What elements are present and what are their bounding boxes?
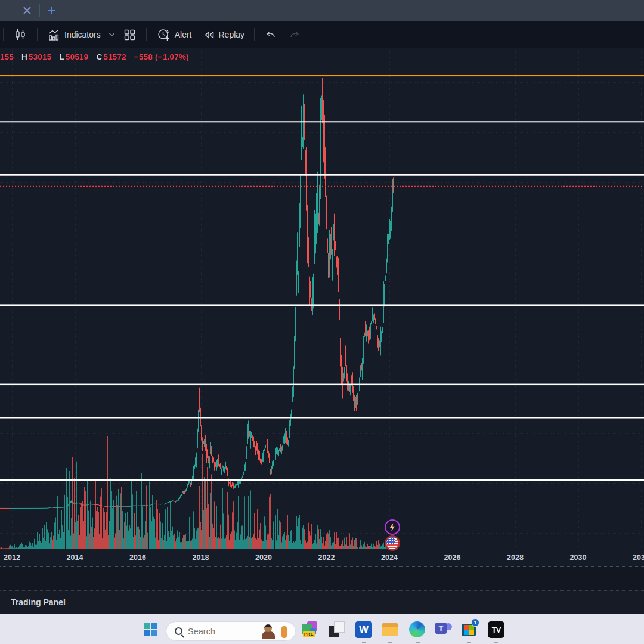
legend-open-fragment: 155 xyxy=(0,52,14,61)
legend-c-label: C xyxy=(96,52,102,61)
indicators-button[interactable]: Indicators xyxy=(42,24,106,45)
trading-panel-bar[interactable]: Trading Panel xyxy=(0,590,644,614)
redo-button[interactable] xyxy=(283,24,306,45)
time-axis-label: 2016 xyxy=(127,553,148,562)
legend-close-value: 51572 xyxy=(103,52,126,61)
edge-browser-icon[interactable] xyxy=(409,621,426,638)
toolbar-separator xyxy=(37,28,38,41)
close-tab-icon[interactable] xyxy=(21,5,33,16)
replay-label: Replay xyxy=(219,30,245,39)
notification-badge: 1 xyxy=(471,618,479,627)
legend-low-value: 50519 xyxy=(66,52,89,61)
word-app-icon[interactable]: W xyxy=(355,621,372,638)
redo-icon xyxy=(288,29,301,40)
search-art-figure xyxy=(281,626,287,638)
halving-lightning-marker[interactable] xyxy=(385,519,400,535)
running-indicator xyxy=(467,642,471,643)
time-axis-label: 2018 xyxy=(190,553,212,562)
time-axis-label: 2020 xyxy=(253,553,274,562)
file-explorer-icon[interactable] xyxy=(382,621,399,638)
search-highlight-art xyxy=(263,624,289,640)
tab-strip xyxy=(0,0,644,21)
replay-button[interactable]: Replay xyxy=(197,24,250,45)
ms-logo-square xyxy=(469,630,474,635)
us-flag-event-marker[interactable] xyxy=(385,535,400,551)
start-pane xyxy=(151,623,157,629)
toolbar-separator xyxy=(146,28,147,41)
store-app-icon[interactable]: 1 xyxy=(461,621,478,638)
time-axis-label: 2030 xyxy=(568,553,589,562)
toolbar-separator xyxy=(254,28,255,41)
start-pane xyxy=(144,623,150,629)
windows-taskbar xyxy=(0,614,644,644)
tradingview-logo: TV xyxy=(488,621,504,638)
trading-panel-label: Trading Panel xyxy=(11,597,66,607)
candlestick-style-icon xyxy=(13,27,27,42)
legend-l-label: L xyxy=(60,52,64,61)
indicators-label: Indicators xyxy=(64,30,101,39)
time-axis-label: 2026 xyxy=(442,553,463,562)
preview-app-icon[interactable]: PRE xyxy=(302,621,318,638)
time-axis[interactable]: 2012201420162018202020222024202620282030… xyxy=(0,550,644,567)
photos-app-icon[interactable] xyxy=(329,621,346,638)
windows-start-button[interactable] xyxy=(144,623,157,636)
grid-layout-icon xyxy=(123,28,137,42)
edge-swirl xyxy=(409,621,425,637)
flag-canton xyxy=(386,537,395,544)
preview-badge: PRE xyxy=(303,631,315,637)
add-tab-icon[interactable] xyxy=(46,5,57,16)
running-indicator xyxy=(362,642,366,643)
indicators-dropdown-arrow[interactable] xyxy=(106,24,117,45)
word-letter: W xyxy=(355,621,372,638)
search-input[interactable] xyxy=(188,627,244,636)
chart-toolbar: Indicators Alert xyxy=(0,21,644,48)
time-axis-label: 2022 xyxy=(316,553,338,562)
alert-label: Alert xyxy=(175,30,192,39)
undo-icon xyxy=(264,29,277,40)
tradingview-app-icon[interactable]: TV xyxy=(488,621,504,638)
start-pane xyxy=(144,630,150,636)
lightning-bolt-icon xyxy=(389,523,396,531)
ms-logo-square xyxy=(464,625,469,630)
start-pane xyxy=(151,630,157,636)
time-axis-label: 2024 xyxy=(379,553,400,562)
bar-style-button[interactable] xyxy=(8,24,33,45)
toolbar-separator xyxy=(3,28,4,41)
chart-bottom-gap xyxy=(0,567,644,590)
search-icon xyxy=(175,627,182,635)
alert-clock-icon xyxy=(156,27,171,42)
running-indicator xyxy=(494,642,498,643)
time-axis-label: 2012 xyxy=(1,553,23,562)
ohlc-legend: 155 H53015 L50519 C51572 −558 (−1.07%) xyxy=(0,52,190,62)
running-indicator xyxy=(388,642,392,643)
taskbar-search-box[interactable] xyxy=(166,621,296,641)
photos-light-square xyxy=(334,621,345,633)
ms-logo-square xyxy=(464,630,469,635)
search-art-person-head xyxy=(264,624,272,632)
running-indicator xyxy=(416,642,420,643)
undo-button[interactable] xyxy=(259,24,283,45)
alert-button[interactable]: Alert xyxy=(151,24,197,45)
folder-front xyxy=(382,627,398,636)
time-axis-label: 2014 xyxy=(64,553,86,562)
layout-grid-button[interactable] xyxy=(117,24,142,45)
legend-h-label: H xyxy=(21,52,27,61)
legend-high-value: 53015 xyxy=(29,52,52,61)
tab-separator xyxy=(39,4,40,17)
teams-letter: T xyxy=(435,623,447,634)
time-axis-label: 2028 xyxy=(504,553,526,562)
chart-pane: 155 H53015 L50519 C51572 −558 (−1.07%) 2… xyxy=(0,48,644,567)
search-art-person-body xyxy=(262,631,275,639)
time-axis-label: 2032 xyxy=(630,553,644,562)
teams-app-icon[interactable]: T xyxy=(435,621,452,638)
indicators-icon xyxy=(47,28,61,42)
chevron-down-icon xyxy=(109,32,115,37)
legend-change-value: −558 (−1.07%) xyxy=(134,52,189,61)
price-chart-canvas[interactable] xyxy=(0,48,644,550)
replay-rewind-icon xyxy=(203,29,215,41)
